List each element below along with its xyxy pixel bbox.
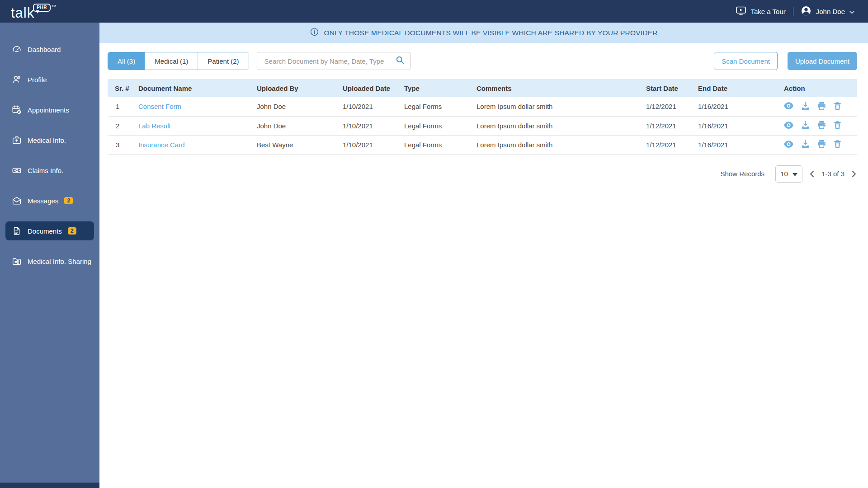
cell-start-date: 1/12/2021 <box>642 135 694 154</box>
sidebar-item-appointments[interactable]: Appointments <box>5 100 94 119</box>
sidebar-item-label: Profile <box>28 76 47 84</box>
document-name-link[interactable]: Consent Form <box>138 103 181 110</box>
medical-case-plus-icon <box>12 135 22 145</box>
sidebar-item-dashboard[interactable]: Dashboard <box>5 40 94 59</box>
search-icon[interactable] <box>396 56 405 66</box>
delete-document-button[interactable] <box>834 121 841 131</box>
view-eye-icon <box>784 122 793 130</box>
column-header-uploaded-by: Uploaded By <box>253 79 339 97</box>
previous-page-button[interactable] <box>809 169 815 178</box>
cell-document-name: Insurance Card <box>135 135 253 154</box>
search-input[interactable] <box>264 57 396 66</box>
cell-uploaded-date: 1/10/2021 <box>339 135 401 154</box>
download-document-button[interactable] <box>801 102 810 112</box>
delete-document-button[interactable] <box>834 140 841 150</box>
sidebar-item-documents[interactable]: Documents 2 <box>5 221 94 240</box>
cell-uploaded-date: 1/10/2021 <box>339 97 401 116</box>
provider-visibility-banner: ONLY THOSE MEDICAL DOCUMENTS WILL BE VIS… <box>99 23 868 43</box>
print-icon <box>817 140 826 150</box>
sidebar-item-label: Medical Info. <box>28 136 66 144</box>
documents-content: All (3) Medical (1) Patient (2) S <box>99 43 868 488</box>
cell-type: Legal Forms <box>401 97 473 116</box>
view-document-button[interactable] <box>784 102 793 111</box>
chevron-down-icon <box>849 8 854 15</box>
user-avatar-icon <box>801 5 811 18</box>
column-header-sr: Sr. # <box>108 79 135 97</box>
documents-toolbar: All (3) Medical (1) Patient (2) S <box>108 52 857 70</box>
cell-start-date: 1/12/2021 <box>642 116 694 135</box>
cell-uploaded-by: John Doe <box>253 97 339 116</box>
document-icon <box>12 226 22 236</box>
page-size-value: 10 <box>780 170 788 178</box>
user-menu[interactable]: John Doe <box>801 5 854 18</box>
upload-document-button[interactable]: Upload Document <box>788 52 857 70</box>
scan-document-button[interactable]: Scan Document <box>714 52 778 70</box>
table-body: 1Consent FormJohn Doe1/10/2021Legal Form… <box>108 97 857 154</box>
column-header-end-date: End Date <box>694 79 780 97</box>
view-eye-icon <box>784 141 793 149</box>
sidebar-item-claims-info[interactable]: Claims Info. <box>5 161 94 180</box>
row-actions <box>784 102 854 112</box>
print-document-button[interactable] <box>817 121 826 131</box>
sidebar-item-label: Appointments <box>28 106 69 114</box>
cell-sr: 2 <box>108 116 135 135</box>
table-header-row: Sr. # Document Name Uploaded By Uploaded… <box>108 79 857 97</box>
cell-comments: Lorem Ipsum dollar smith <box>473 116 642 135</box>
row-actions <box>784 121 854 131</box>
cell-start-date: 1/12/2021 <box>642 97 694 116</box>
delete-document-button[interactable] <box>834 102 841 112</box>
column-header-uploaded-date: Uploaded Date <box>339 79 401 97</box>
show-records-label: Show Records <box>721 170 765 178</box>
print-document-button[interactable] <box>817 140 826 150</box>
document-name-link[interactable]: Lab Result <box>138 122 171 130</box>
tab-all[interactable]: All (3) <box>108 52 145 70</box>
tab-medical[interactable]: Medical (1) <box>145 52 198 70</box>
logo-word: talk <box>11 6 34 20</box>
take-a-tour-button[interactable]: Take a Tour <box>736 6 786 17</box>
cell-end-date: 1/16/2021 <box>694 135 780 154</box>
document-search-box <box>258 52 410 70</box>
sidebar-item-messages[interactable]: Messages 2 <box>5 191 94 210</box>
view-eye-icon <box>784 102 793 111</box>
sidebar-item-profile[interactable]: Profile <box>5 70 94 89</box>
cell-comments: Lorem Ipsum dollar smith <box>473 135 642 154</box>
download-document-button[interactable] <box>801 140 810 150</box>
download-document-button[interactable] <box>801 121 810 131</box>
envelope-icon <box>12 196 22 206</box>
cell-comments: Lorem Ipsum dollar smith <box>473 97 642 116</box>
column-header-document-name: Document Name <box>135 79 253 97</box>
cell-document-name: Lab Result <box>135 116 253 135</box>
sidebar-item-label: Messages <box>28 197 58 205</box>
record-range-label: 1-3 of 3 <box>821 170 844 178</box>
table-row: 2Lab ResultJohn Doe1/10/2021Legal FormsL… <box>108 116 857 135</box>
sidebar-item-medical-info-sharing[interactable]: Medical Info. Sharing <box>5 252 94 271</box>
tab-patient[interactable]: Patient (2) <box>198 52 248 70</box>
banner-text: ONLY THOSE MEDICAL DOCUMENTS WILL BE VIS… <box>324 29 657 37</box>
app-window: talk PHR TM Take a Tour <box>0 0 868 488</box>
sidebar-item-label: Dashboard <box>28 46 61 53</box>
print-icon <box>817 102 826 112</box>
cell-actions <box>780 116 857 135</box>
cell-sr: 1 <box>108 97 135 116</box>
delete-trash-icon <box>834 102 841 112</box>
dashboard-gauge-icon <box>12 44 22 54</box>
documents-table: Sr. # Document Name Uploaded By Uploaded… <box>108 79 857 155</box>
view-document-button[interactable] <box>784 141 793 149</box>
download-icon <box>801 102 810 112</box>
sidebar-item-medical-info[interactable]: Medical Info. <box>5 131 94 150</box>
next-page-button[interactable] <box>851 169 857 178</box>
document-filter-tabs: All (3) Medical (1) Patient (2) <box>108 52 249 70</box>
banknote-icon <box>12 165 22 175</box>
sidebar-item-label: Medical Info. Sharing <box>28 258 91 265</box>
view-document-button[interactable] <box>784 122 793 130</box>
page-body: Dashboard Profile Appointments <box>0 23 868 488</box>
print-document-button[interactable] <box>817 102 826 112</box>
documents-count-badge: 2 <box>68 227 76 235</box>
sidebar-item-label: Claims Info. <box>28 167 63 174</box>
user-name: John Doe <box>816 8 845 15</box>
page-size-select[interactable]: 10 <box>775 165 802 183</box>
document-name-link[interactable]: Insurance Card <box>138 141 185 149</box>
main-area: ONLY THOSE MEDICAL DOCUMENTS WILL BE VIS… <box>99 23 868 488</box>
profile-person-icon <box>12 75 22 84</box>
talkphr-logo[interactable]: talk PHR TM <box>11 3 56 20</box>
